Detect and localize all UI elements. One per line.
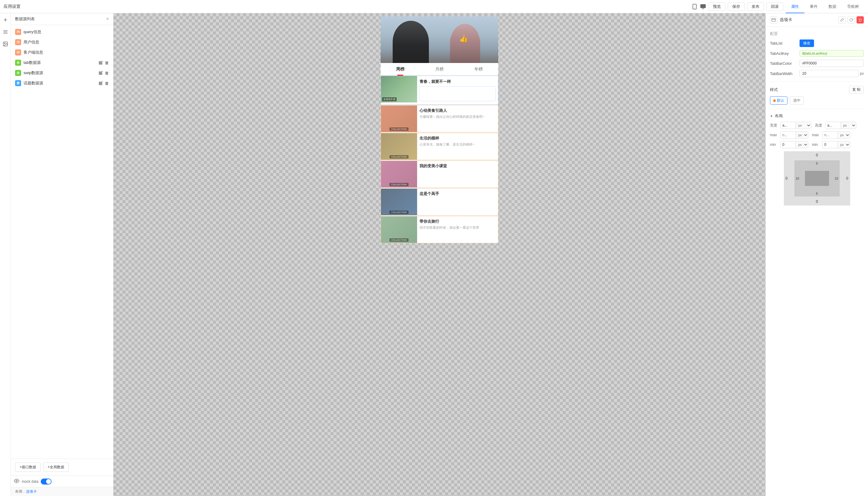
breadcrumb-item-tab[interactable]: 选项卡 — [26, 489, 37, 494]
mock-toggle-row: mock data — [11, 476, 113, 487]
item-actions-2 — [99, 71, 109, 75]
min-width-input[interactable] — [780, 141, 796, 148]
max-height-group: px% — [822, 131, 850, 139]
height-input[interactable] — [825, 122, 840, 129]
tabbarcolor-input[interactable] — [799, 60, 864, 67]
edit-icon-3[interactable] — [99, 81, 103, 85]
content-item-5: COLLECTION 这是个高手 — [380, 188, 498, 215]
max-width-unit[interactable]: px% — [796, 132, 808, 138]
add-api-btn[interactable]: +接口数据 — [15, 463, 41, 472]
item-name-4: tab数据源 — [24, 60, 96, 65]
sidebar-image-icon[interactable] — [1, 40, 10, 48]
tablist-modify-btn[interactable]: 修改 — [799, 40, 814, 47]
breadcrumb-item-layout[interactable]: 布局 — [15, 489, 22, 494]
canvas-area: 👍 周榜 月榜 年榜 友情说不准 — [114, 13, 765, 496]
max-height-input[interactable] — [822, 132, 838, 138]
min-height-unit[interactable]: px% — [838, 141, 850, 148]
phone-tab-yearly[interactable]: 年榜 — [459, 63, 498, 75]
min-height-input[interactable] — [822, 141, 838, 148]
mobile-icon[interactable] — [691, 4, 698, 10]
preview-btn[interactable]: 预览 — [708, 2, 725, 11]
margin-bottom-value[interactable]: 0 — [816, 200, 818, 204]
state-tab-selected[interactable]: 选中 — [790, 96, 804, 105]
margin-top-value[interactable]: 0 — [816, 153, 818, 157]
thumb-6: COLLECTION ↑ — [381, 216, 417, 243]
list-item[interactable]: 内 用户信息 — [11, 37, 113, 47]
width-unit-select[interactable]: px%auto — [796, 122, 811, 129]
list-item[interactable]: 全 swip数据源 — [11, 68, 113, 78]
main-layout: 数据源列表 × 内 query信息 内 用户信息 内 客户端信息 全 tab数据… — [0, 13, 868, 496]
comp-delete-btn[interactable] — [856, 16, 864, 24]
tab-data-top[interactable]: 数据 — [823, 0, 842, 13]
layout-header[interactable]: ▼ 布局 — [770, 113, 864, 119]
phone-tab-monthly[interactable]: 月榜 — [420, 63, 459, 75]
data-panel: 数据源列表 × 内 query信息 内 用户信息 内 客户端信息 全 tab数据… — [11, 13, 114, 496]
content-desc-3: 心里有光，烟食三餐，是生活的模样~ — [420, 142, 495, 147]
tabbarwidth-value: px — [799, 70, 864, 77]
phone-tab-bar: 周榜 月榜 年榜 — [380, 63, 498, 76]
padding-bottom-value[interactable]: 6 — [816, 192, 818, 195]
eye-icon[interactable] — [14, 478, 19, 484]
margin-left-value[interactable]: 0 — [785, 176, 788, 181]
edit-icon-2[interactable] — [99, 71, 103, 75]
padding-top-value[interactable]: 6 — [816, 161, 818, 165]
layout-section: ▼ 布局 宽度 px%auto 高度 px%auto — [770, 109, 864, 205]
content-area-box — [805, 171, 829, 186]
margin-right-value[interactable]: 0 — [846, 176, 848, 181]
content-title-4: 我的变美小课堂 — [420, 163, 495, 169]
width-input[interactable] — [780, 122, 796, 129]
list-item[interactable]: 全 tab数据源 — [11, 58, 113, 68]
data-list: 内 query信息 内 用户信息 内 客户端信息 全 tab数据源 — [11, 25, 113, 459]
padding-area: 6 6 10 10 — [794, 160, 840, 197]
add-global-btn[interactable]: +全局数据 — [43, 463, 69, 472]
min-width-unit[interactable]: px% — [796, 141, 808, 148]
delete-icon-2[interactable] — [105, 71, 109, 75]
delete-icon-1[interactable] — [105, 61, 109, 65]
list-item[interactable]: 内 客户端信息 — [11, 47, 113, 58]
tabactkey-input[interactable] — [799, 50, 864, 57]
phone-content-list: 友情说不准 青春，就要不一样 COLLECTION — [380, 76, 498, 243]
content-item-3: COLLECTION 生活的模样 心里有光，烟食三餐，是生活的模样~ — [380, 133, 498, 160]
comp-refresh-btn[interactable] — [848, 16, 855, 24]
padding-left-value[interactable]: 10 — [796, 176, 799, 180]
sidebar-list-icon[interactable] — [1, 28, 10, 36]
sidebar-add-icon[interactable] — [1, 16, 10, 24]
phone-tab-weekly[interactable]: 周榜 — [380, 63, 420, 75]
content-text-5: 这是个高手 — [417, 189, 498, 215]
comp-link-btn[interactable] — [838, 16, 846, 24]
save-btn[interactable]: 保存 — [728, 2, 745, 11]
svg-point-11 — [4, 43, 5, 43]
mock-toggle-switch[interactable] — [41, 479, 51, 484]
rollback-btn[interactable]: 回滚 — [766, 2, 783, 11]
tabactkey-value — [799, 50, 864, 57]
edit-icon-1[interactable] — [99, 61, 103, 65]
publish-btn[interactable]: 发布 — [747, 2, 764, 11]
tabbarwidth-input[interactable] — [799, 70, 859, 77]
padding-right-value[interactable]: 10 — [835, 176, 838, 180]
breadcrumb: 布局 › 选项卡 — [11, 487, 113, 496]
desktop-icon[interactable] — [700, 4, 706, 10]
min-label-2: min — [812, 142, 821, 147]
max-width-input[interactable] — [780, 132, 796, 138]
list-item[interactable]: 接 话题数据源 — [11, 78, 113, 88]
min-height-group: px% — [822, 141, 850, 148]
tab-navtree-top[interactable]: 导航树 — [842, 0, 864, 13]
component-header: 选项卡 — [766, 13, 868, 27]
tabactkey-row: TabActKey — [770, 50, 864, 57]
tab-props-top[interactable]: 属性 — [785, 0, 804, 13]
tabbarwidth-label: TabBarWidth — [770, 72, 797, 76]
list-item[interactable]: 内 query信息 — [11, 27, 113, 37]
dim-row-wh: 宽度 px%auto 高度 px%auto — [770, 122, 864, 129]
data-panel-close-btn[interactable]: × — [106, 16, 109, 22]
state-tab-default[interactable]: 默认 — [770, 96, 788, 105]
delete-icon-3[interactable] — [105, 81, 109, 85]
content-title-2: 心动美食引路人 — [420, 108, 495, 113]
max-height-unit[interactable]: px% — [838, 132, 850, 138]
item-name-5: swip数据源 — [24, 70, 96, 76]
right-panel-content: 配置 TabList 修改 TabActKey Ta — [766, 27, 868, 496]
data-panel-title: 数据源列表 — [15, 16, 35, 22]
tab-events-top[interactable]: 事件 — [804, 0, 823, 13]
state-tabs: 默认 选中 — [770, 96, 864, 105]
height-unit-select[interactable]: px%auto — [840, 122, 856, 129]
copy-style-btn[interactable]: 复 制 — [849, 86, 864, 93]
